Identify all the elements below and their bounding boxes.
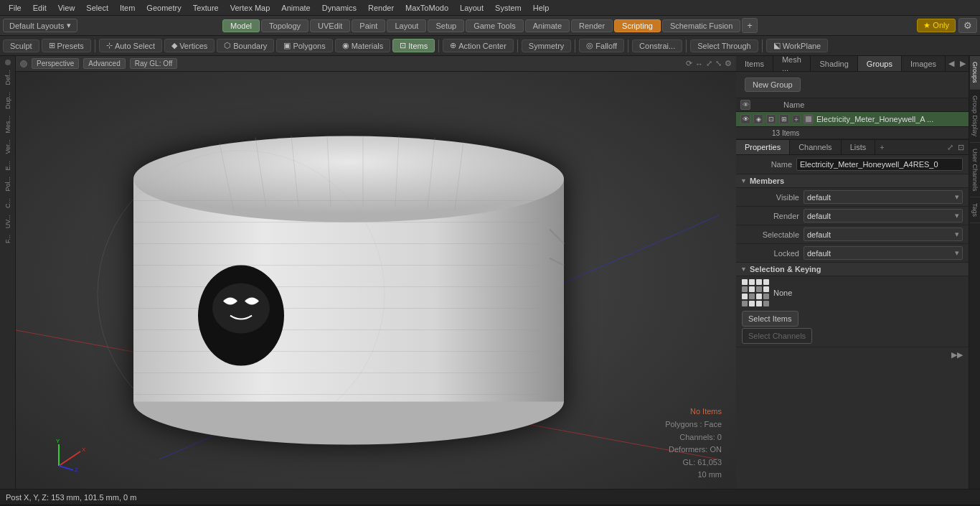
tab-channels[interactable]: Channels [790,140,841,154]
frt-tags[interactable]: Tags [970,197,980,223]
3d-viewport[interactable]: X Y Z No Items Polygons : Face Channels:… [16,72,736,489]
name-input[interactable] [796,158,963,171]
menu-edit[interactable]: Edit [27,2,52,14]
menu-render[interactable]: Render [362,2,400,14]
select-channels-button[interactable]: Select Channels [742,328,812,344]
mode-paint[interactable]: Paint [352,19,385,32]
tab-groups[interactable]: Groups [858,56,902,71]
autoselect-button[interactable]: ⊹ Auto Select [99,39,162,52]
boundary-button[interactable]: ⬡ Boundary [217,39,274,52]
menu-texture[interactable]: Texture [187,2,225,14]
menu-select[interactable]: Select [80,2,114,14]
add-mode-button[interactable]: + [742,18,758,33]
mode-render[interactable]: Render [571,19,613,32]
vertices-button[interactable]: ◆ Vertices [164,39,215,52]
sidebar-item-deformation[interactable]: Def... [3,67,13,88]
frt-groups[interactable]: Groups [970,56,980,90]
materials-button[interactable]: ◉ Materials [335,39,391,52]
visible-dropdown[interactable]: default ▾ [804,190,963,204]
zoom-icon[interactable]: ⤢ [706,59,712,68]
selectable-dropdown[interactable]: default ▾ [804,228,963,241]
frt-group-display[interactable]: Group Display [970,90,980,143]
sidebar-item-f[interactable]: F... [3,232,13,246]
workplane-button[interactable]: ⬕ WorkPlane [766,39,829,52]
sidebar-item-uv[interactable]: UV... [3,212,13,231]
visible-dropdown-arrow-icon: ▾ [955,192,959,202]
eye-toggle[interactable]: 👁 [740,114,750,124]
sidebar-item-c[interactable]: C... [3,195,13,211]
group-list-item[interactable]: 👁 ◈ ⊡ ⊞ + Electricity_Meter_Honeywell_A … [736,112,969,127]
right-panel-main: Items Mesh ... Shading Groups Images ◀ ▶… [736,56,969,489]
orbit-icon[interactable]: ⟳ [686,59,692,68]
frt-user-channels[interactable]: User Channels [970,143,980,198]
tab-shading[interactable]: Shading [811,56,857,71]
action-center-button[interactable]: ⊕ Action Center [443,39,514,52]
layouts-dropdown[interactable]: Default Layouts ▾ [3,19,77,32]
mode-gametools[interactable]: Game Tools [466,19,524,32]
tab-items[interactable]: Items [736,56,773,71]
falloff-button[interactable]: ◎ Falloff [579,39,624,52]
menu-view[interactable]: View [52,2,81,14]
presets-button[interactable]: ⊞ Presets [42,39,91,52]
menu-geometry[interactable]: Geometry [141,2,187,14]
settings-plus-button[interactable]: ⚙ [958,18,977,33]
settings-icon[interactable]: ⚙ [725,59,732,68]
items-button[interactable]: ⊡ Items [392,39,435,52]
raygl-btn[interactable]: Ray GL: Off [130,58,178,69]
mode-topology[interactable]: Topology [261,19,308,32]
mode-setup[interactable]: Setup [428,19,464,32]
mode-uvedit[interactable]: UVEdit [310,19,350,32]
menu-dynamics[interactable]: Dynamics [316,2,362,14]
render-toggle[interactable]: ◈ [753,114,763,124]
menu-animate[interactable]: Animate [275,2,316,14]
sidebar-item-duplicate[interactable]: Dup... [3,89,13,112]
tab-right-arrow-icon[interactable]: ▶ [957,59,969,68]
tab-images[interactable]: Images [902,56,946,71]
expand-icon[interactable]: ⤡ [715,59,722,68]
mode-schematic[interactable]: Schematic Fusion [662,19,740,32]
props-expand-icon[interactable]: ⤢ [946,143,955,152]
sidebar-item-mesh[interactable]: Mes... [3,113,13,136]
sidebar-item-vertex[interactable]: Ver... [3,136,13,157]
expand-right-button[interactable]: ▶▶ [948,349,966,361]
props-collapse-icon[interactable]: ⊡ [956,143,966,152]
menu-file[interactable]: File [3,2,27,14]
menu-item[interactable]: Item [114,2,141,14]
mode-animate[interactable]: Animate [525,19,570,32]
constrain-button[interactable]: Constrai... [632,39,682,52]
members-section-header[interactable]: ▼ Members [736,174,969,188]
pan-icon[interactable]: ↔ [695,60,703,68]
add-props-tab[interactable]: + [875,140,888,154]
tab-mesh[interactable]: Mesh ... [773,56,811,71]
tab-left-arrow-icon[interactable]: ◀ [946,59,957,68]
sel-keying-header[interactable]: ▼ Selection & Keying [736,263,969,276]
select-through-button[interactable]: Select Through [690,39,758,52]
lock-toggle[interactable]: ⊡ [766,114,776,124]
advanced-btn[interactable]: Advanced [83,58,125,69]
new-group-button[interactable]: New Group [745,78,801,92]
polygons-button[interactable]: ▣ Polygons [276,39,332,52]
sidebar-item-edge[interactable]: E... [3,158,13,174]
locked-dropdown[interactable]: default ▾ [804,246,963,260]
menu-help[interactable]: Help [527,2,555,14]
select-items-button[interactable]: Select Items [742,311,798,327]
perspective-btn[interactable]: Perspective [32,58,79,69]
star-only-button[interactable]: ★ Only [917,19,956,32]
tab-properties[interactable]: Properties [736,140,790,154]
mode-model[interactable]: Model [222,19,260,32]
menu-system[interactable]: System [489,2,527,14]
sculpt-button[interactable]: Sculpt [3,39,39,52]
viewport-header: Perspective Advanced Ray GL: Off ⟳ ↔ ⤢ ⤡… [16,56,736,72]
expand-item[interactable]: + [792,115,801,123]
menu-layout[interactable]: Layout [454,2,489,14]
sidebar-item-polygon[interactable]: Pol... [3,174,13,195]
mode-layout[interactable]: Layout [387,19,426,32]
menu-bar: File Edit View Select Item Geometry Text… [0,0,980,16]
tab-lists[interactable]: Lists [842,140,876,154]
render-dropdown[interactable]: default ▾ [804,209,963,222]
menu-maxtomodo[interactable]: MaxToModo [400,2,454,14]
symmetry-button[interactable]: Symmetry [522,39,572,52]
menu-vertexmap[interactable]: Vertex Map [225,2,276,14]
mode-scripting[interactable]: Scripting [614,19,661,32]
extra-toggle[interactable]: ⊞ [779,114,789,124]
